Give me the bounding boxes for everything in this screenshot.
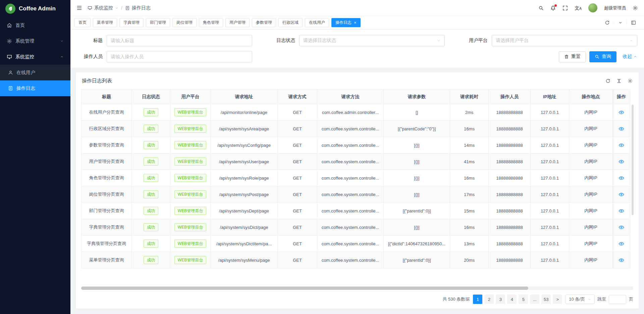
pagination: 共 530 条数据 12345...53> 10 条/页 跳至 页 [76,290,639,309]
page-size-select[interactable]: 10 条/页 [566,295,595,304]
log-status: 成功 [132,153,170,170]
log-status: 成功 [132,219,170,236]
log-status-badge: 成功 [144,223,158,231]
view-detail-icon[interactable] [619,208,624,214]
tab-item[interactable]: 行政区域 [278,18,303,27]
log-platform: WEB管理后台 [170,203,211,219]
operation-location: 内网IP [569,219,613,236]
row-actions [613,121,630,137]
user-name[interactable]: 超级管理员 [604,5,626,11]
sidebar-item-online-users[interactable]: 在线用户 [0,65,70,80]
page-jump-input[interactable] [609,295,626,304]
sidebar-item-home[interactable]: 首页 [0,17,70,33]
operation-location: 内网IP [569,236,613,252]
page-button[interactable]: 3 [496,295,505,304]
card-header: 操作日志列表 [76,72,639,89]
page-button[interactable]: 53 [541,295,551,304]
page-button[interactable]: 2 [484,295,494,304]
search-button[interactable]: 查询 [589,51,616,62]
operator: 18888888888 [489,121,531,137]
operator-input[interactable] [107,51,252,62]
ip-address: 127.0.0.1 [531,252,569,268]
request-url: /api/system/sysDept/page [211,203,278,219]
vertical-scrollbar[interactable] [632,105,634,215]
log-status-badge: 成功 [144,256,158,264]
breadcrumb-system-monitor[interactable]: 系统监控 [88,5,118,11]
view-detail-icon[interactable] [619,142,624,148]
platform-select[interactable]: 请选择用户平台 [492,35,637,46]
collapse-sidebar-icon[interactable] [76,5,82,11]
operation-location: 内网IP [569,252,613,268]
page-button[interactable]: 5 [519,295,528,304]
tab-item[interactable]: 操作日志× [331,18,361,27]
view-detail-icon[interactable] [619,225,624,230]
view-detail-icon[interactable] [619,175,624,181]
tab-label: 菜单管理 [97,20,113,25]
tab-label: 在线用户 [309,20,325,25]
fullscreen-icon[interactable] [562,5,568,11]
sidebar-submenu: 在线用户 操作日志 [0,65,70,96]
notification-bell-icon[interactable] [550,5,556,11]
operation-location: 内网IP [569,203,613,219]
tab-item[interactable]: 参数管理 [252,18,276,27]
page-button[interactable]: 1 [473,295,482,304]
translate-icon[interactable]: 文A [575,6,582,10]
collapse-filter-link[interactable]: 收起 [623,54,637,60]
avatar[interactable] [588,3,597,12]
status-select-placeholder: 请选择日志状态 [303,38,336,44]
tab-item[interactable]: 角色管理 [199,18,223,27]
tab-item[interactable]: 菜单管理 [93,18,117,27]
column-settings-gear-icon[interactable] [628,78,633,83]
chevron-down-icon[interactable] [614,20,627,25]
tab-item[interactable]: 用户管理 [225,18,250,27]
view-detail-icon[interactable] [619,192,624,197]
request-type: GET [278,203,317,219]
tab-item[interactable]: 岗位管理 [172,18,197,27]
sidebar-item-system-monitor[interactable]: 系统监控 [0,49,70,65]
row-actions [613,104,630,121]
log-platform-badge: WEB管理后台 [174,141,206,149]
view-detail-icon[interactable] [619,241,624,247]
view-detail-icon[interactable] [619,110,624,115]
request-type: GET [278,186,317,203]
view-detail-icon[interactable] [619,257,624,263]
log-platform-badge: WEB管理后台 [174,174,206,182]
sidebar-item-operation-log[interactable]: 操作日志 [0,80,70,96]
status-select[interactable]: 请选择日志状态 [299,35,445,46]
log-platform: WEB管理后台 [170,137,211,153]
horizontal-scrollbar-thumb[interactable] [81,287,528,290]
filter-panel: 标题 日志状态 请选择日志状态 用户平台 请选择用户平台 [70,29,644,68]
layout-icon[interactable] [627,20,640,25]
refresh-icon[interactable] [605,78,610,83]
log-status: 成功 [132,104,170,121]
settings-gear-icon[interactable] [633,5,638,11]
status-label: 日志状态 [270,38,295,44]
request-method: com.coffee.admin.controller... [317,104,384,121]
column-header: 请求方式 [278,89,317,104]
search-icon[interactable] [538,5,544,11]
sidebar-item-system-management[interactable]: 系统管理 [0,33,70,49]
tab-item[interactable]: 首页 [74,18,91,27]
page-button[interactable]: 4 [507,295,517,304]
tab-bar: 首页菜单管理字典管理部门管理岗位管理角色管理用户管理参数管理行政区域在线用户操作… [70,16,644,29]
tab-item[interactable]: 部门管理 [146,18,170,27]
gear-icon [7,39,12,44]
tab-item[interactable]: 字典管理 [119,18,144,27]
ip-address: 127.0.0.1 [531,203,569,219]
filter-actions: 重置 查询 收起 [270,51,637,62]
log-status-badge: 成功 [144,141,158,149]
log-icon [8,86,13,91]
title-input[interactable] [107,35,252,46]
monitor-icon [7,54,12,60]
view-detail-icon[interactable] [619,159,624,165]
density-icon[interactable] [616,78,622,83]
tab-label: 岗位管理 [176,20,193,25]
view-detail-icon[interactable] [619,126,624,132]
next-page-button[interactable]: > [553,295,562,304]
reset-button[interactable]: 重置 [559,51,586,62]
tab-close-icon[interactable]: × [354,20,357,25]
refresh-icon[interactable] [601,20,614,25]
request-method: com.coffee.system.controlle... [317,121,384,137]
tab-item[interactable]: 在线用户 [305,18,329,27]
page-content: 标题 日志状态 请选择日志状态 用户平台 请选择用户平台 [70,29,644,314]
